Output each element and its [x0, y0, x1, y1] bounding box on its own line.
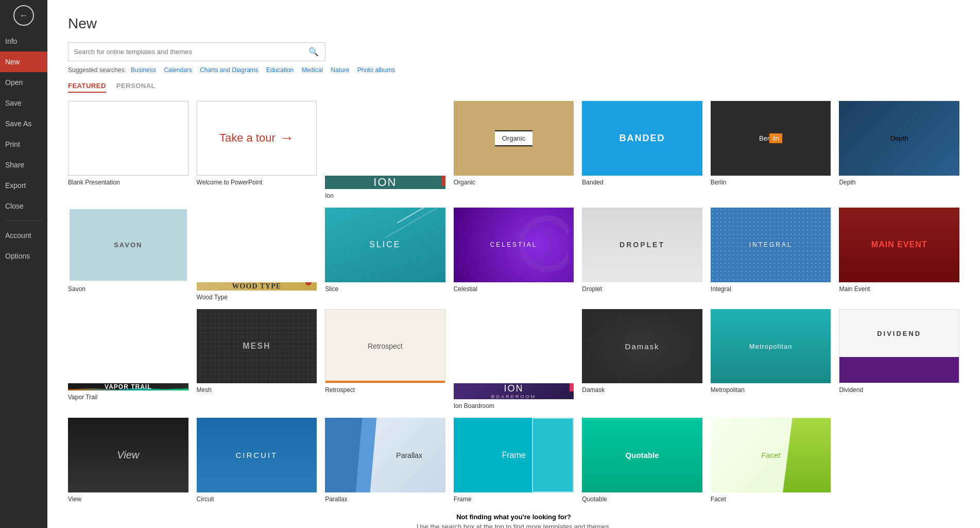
- template-savon-label: Savon: [68, 285, 188, 293]
- suggested-medical[interactable]: Medical: [302, 66, 323, 74]
- template-banded[interactable]: BANDED Banded: [582, 101, 702, 199]
- template-view-label: View: [68, 496, 188, 503]
- sidebar-item-info[interactable]: Info: [0, 31, 47, 52]
- metropolitan-text: Metropolitan: [749, 343, 793, 350]
- template-mainevent[interactable]: MAIN EVENT Main Event: [839, 208, 959, 301]
- damask-text: Damask: [625, 342, 660, 351]
- template-dividend[interactable]: DIVIDEND Dividend: [839, 309, 959, 410]
- slice-text: SLICE: [369, 240, 401, 249]
- template-metropolitan-label: Metropolitan: [711, 386, 831, 394]
- tabs: FEATURED PERSONAL: [68, 82, 959, 93]
- template-ionboardroom[interactable]: ION BOARDROOM Ion Boardroom: [454, 309, 574, 410]
- suggested-searches: Suggested searches: Business Calendars C…: [68, 66, 959, 74]
- suggested-charts[interactable]: Charts and Diagrams: [200, 66, 258, 74]
- template-quotable-label: Quotable: [582, 496, 702, 503]
- template-woodtype-label: Wood Type: [197, 294, 317, 301]
- sidebar-item-export[interactable]: Export: [0, 175, 47, 196]
- depth-text: Depth: [890, 134, 908, 142]
- vaportrail-text: VAPOR TRAIL: [105, 383, 151, 390]
- template-damask-label: Damask: [582, 386, 702, 394]
- template-tour-label: Welcome to PowerPoint: [197, 179, 317, 186]
- tab-personal[interactable]: PERSONAL: [116, 82, 156, 93]
- template-metropolitan[interactable]: Metropolitan Metropolitan: [711, 309, 831, 410]
- template-vaportrail-label: Vapor Trail: [68, 394, 188, 401]
- tour-arrow-icon: →: [280, 130, 294, 146]
- back-button[interactable]: ←: [13, 5, 34, 26]
- suggested-business[interactable]: Business: [131, 66, 156, 74]
- main-content: New 🔍 Suggested searches: Business Calen…: [47, 0, 980, 528]
- template-depth[interactable]: Depth Depth: [839, 101, 959, 199]
- dividend-purple-bar: [839, 357, 959, 383]
- integral-text: INTEGRAL: [749, 241, 793, 248]
- template-quotable[interactable]: Quotable Quotable: [582, 418, 702, 503]
- tour-text: Take a tour: [219, 131, 276, 145]
- facet-text: Facet: [761, 451, 781, 459]
- template-ion[interactable]: ION Ion: [325, 101, 445, 199]
- sidebar-item-close[interactable]: Close: [0, 196, 47, 216]
- suggested-photo[interactable]: Photo albums: [357, 66, 395, 74]
- droplet-text: DROPLET: [620, 241, 665, 249]
- sidebar-item-save-as[interactable]: Save As: [0, 113, 47, 134]
- template-tour[interactable]: Take a tour → Welcome to PowerPoint: [197, 101, 317, 199]
- templates-grid: Blank Presentation Take a tour → Welcome…: [68, 101, 959, 503]
- template-droplet-label: Droplet: [582, 285, 702, 293]
- template-parallax-label: Parallax: [325, 496, 445, 503]
- suggested-calendars[interactable]: Calendars: [164, 66, 192, 74]
- sidebar-item-account[interactable]: Account: [0, 225, 47, 246]
- template-ionboardroom-label: Ion Boardroom: [454, 402, 574, 410]
- template-circuit[interactable]: CIRCUIT Circuit: [197, 418, 317, 503]
- template-organic-label: Organic: [454, 179, 574, 186]
- template-blank[interactable]: Blank Presentation: [68, 101, 188, 199]
- template-slice[interactable]: SLICE Slice: [325, 208, 445, 301]
- banded-text: BANDED: [620, 133, 665, 144]
- template-mesh[interactable]: MESH Mesh: [197, 309, 317, 410]
- template-integral-label: Integral: [711, 285, 831, 293]
- sidebar: ← Info New Open Save Save As Print Share…: [0, 0, 47, 528]
- template-droplet[interactable]: DROPLET Droplet: [582, 208, 702, 301]
- template-parallax[interactable]: Parallax Parallax: [325, 418, 445, 503]
- template-celestial[interactable]: CELESTIAL Celestial: [454, 208, 574, 301]
- template-facet[interactable]: Facet Facet: [711, 418, 831, 503]
- frame-text: Frame: [502, 451, 525, 460]
- sidebar-item-print[interactable]: Print: [0, 134, 47, 155]
- template-frame[interactable]: Frame Frame: [454, 418, 574, 503]
- not-finding-subtitle: Use the search box at the top to find mo…: [68, 523, 959, 528]
- template-slice-label: Slice: [325, 285, 445, 293]
- mesh-text: MESH: [243, 342, 270, 351]
- template-damask[interactable]: Damask Damask: [582, 309, 702, 410]
- suggested-education[interactable]: Education: [266, 66, 294, 74]
- template-savon[interactable]: SAVON Savon: [68, 208, 188, 301]
- template-organic[interactable]: Organic Organic: [454, 101, 574, 199]
- template-dividend-label: Dividend: [839, 386, 959, 394]
- ionboardroom-title: ION: [491, 383, 536, 394]
- retrospect-text: Retrospect: [368, 342, 403, 350]
- organic-text: Organic: [495, 130, 533, 146]
- facet-stripe: [783, 418, 831, 492]
- template-ion-label: Ion: [325, 192, 445, 199]
- template-woodtype[interactable]: WOOD TYPE Wood Type: [197, 208, 317, 301]
- search-container: 🔍: [68, 42, 325, 61]
- sidebar-item-save[interactable]: Save: [0, 93, 47, 113]
- sidebar-item-open[interactable]: Open: [0, 72, 47, 93]
- suggested-nature[interactable]: Nature: [331, 66, 349, 74]
- celestial-text: CELESTIAL: [490, 241, 538, 248]
- template-facet-label: Facet: [711, 496, 831, 503]
- search-input[interactable]: [68, 44, 302, 60]
- sidebar-item-share[interactable]: Share: [0, 155, 47, 175]
- page-title: New: [68, 15, 959, 32]
- template-mainevent-label: Main Event: [839, 285, 959, 293]
- template-banded-label: Banded: [582, 179, 702, 186]
- sidebar-item-options[interactable]: Options: [0, 246, 47, 266]
- template-view[interactable]: View View: [68, 418, 188, 503]
- template-berlin[interactable]: Berlin Berlin: [711, 101, 831, 199]
- template-blank-label: Blank Presentation: [68, 179, 188, 186]
- tab-featured[interactable]: FEATURED: [68, 82, 106, 93]
- search-button[interactable]: 🔍: [302, 43, 325, 61]
- sidebar-item-new[interactable]: New: [0, 52, 47, 72]
- template-integral[interactable]: INTEGRAL Integral: [711, 208, 831, 301]
- template-retrospect-label: Retrospect: [325, 386, 445, 394]
- template-vaportrail[interactable]: VAPOR TRAIL Vapor Trail: [68, 309, 188, 410]
- template-retrospect[interactable]: Retrospect Retrospect: [325, 309, 445, 410]
- template-frame-label: Frame: [454, 496, 574, 503]
- mainevent-text: MAIN EVENT: [871, 240, 927, 249]
